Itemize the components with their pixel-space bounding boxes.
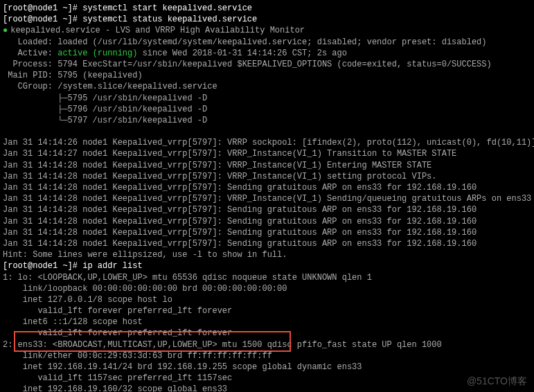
command-text: systemctl status keepalived.service (82, 15, 257, 24)
iface-inet: inet 127.0.0.1/8 scope host lo (3, 294, 531, 305)
blank-line (3, 126, 531, 137)
active-label: Active: (3, 48, 57, 58)
active-since: since Wed 2018-01-31 14:14:26 CST; 2s ag… (137, 48, 346, 58)
iface-inet: inet 192.168.19.141/24 brd 192.168.19.25… (3, 362, 531, 373)
iface-inet-vip: inet 192.168.19.160/32 scope global ens3… (3, 384, 531, 392)
log-line: Jan 31 14:14:28 node1 Keepalived_vrrp[57… (3, 182, 531, 193)
terminal-line: [root@node1 ~]# systemctl status keepali… (3, 14, 531, 25)
active-state: active (running) (57, 48, 137, 58)
command-text: ip addr list (82, 261, 142, 271)
log-line: Jan 31 14:14:28 node1 Keepalived_vrrp[57… (3, 216, 531, 227)
iface-header: 2: ens33: <BROADCAST,MULTICAST,UP,LOWER_… (3, 339, 531, 350)
shell-prompt: [root@node1 ~]# (3, 15, 82, 24)
iface-header: 1: lo: <LOOPBACK,UP,LOWER_UP> mtu 65536 … (3, 272, 531, 283)
log-line: Jan 31 14:14:28 node1 Keepalived_vrrp[57… (3, 193, 531, 204)
process-line: Process: 5794 ExecStart=/usr/sbin/keepal… (3, 59, 531, 70)
cgroup-child: ├─5796 /usr/sbin/keepalived -D (3, 104, 531, 115)
status-bullet-icon: ● (3, 26, 8, 35)
log-line: Jan 31 14:14:28 node1 Keepalived_vrrp[57… (3, 204, 531, 215)
cgroup-child: └─5797 /usr/sbin/keepalived -D (3, 115, 531, 126)
hint-line: Hint: Some lines were ellipsized, use -l… (3, 249, 531, 260)
log-line: Jan 31 14:14:28 node1 Keepalived_vrrp[57… (3, 238, 531, 249)
log-line: Jan 31 14:14:26 node1 Keepalived_vrrp[57… (3, 137, 531, 148)
watermark-text: @51CTO博客 (467, 375, 527, 388)
terminal-line: [root@node1 ~]# ip addr list (3, 260, 531, 271)
active-line: Active: active (running) since Wed 2018-… (3, 48, 531, 59)
iface-inet6: inet6 ::1/128 scope host (3, 317, 531, 328)
log-line: Jan 31 14:14:27 node1 Keepalived_vrrp[57… (3, 148, 531, 159)
log-line: Jan 31 14:14:28 node1 Keepalived_vrrp[57… (3, 160, 531, 171)
iface-valid: valid_lft 1157sec preferred_lft 1157sec (3, 373, 531, 384)
mainpid-line: Main PID: 5795 (keepalived) (3, 70, 531, 81)
iface-valid: valid_lft forever preferred_lft forever (3, 305, 531, 317)
service-desc: keepalived.service - LVS and VRRP High A… (10, 26, 305, 35)
command-text: systemctl start keepalived.service (82, 3, 252, 13)
iface-valid: valid_lft forever preferred_lft forever (3, 328, 531, 339)
iface-link: link/ether 00:0c:29:63:3d:63 brd ff:ff:f… (3, 350, 531, 362)
terminal-line: [root@node1 ~]# systemctl start keepaliv… (3, 3, 531, 14)
cgroup-child: ├─5795 /usr/sbin/keepalived -D (3, 93, 531, 104)
service-header: ●keepalived.service - LVS and VRRP High … (3, 25, 531, 36)
log-line: Jan 31 14:14:28 node1 Keepalived_vrrp[57… (3, 171, 531, 182)
shell-prompt: [root@node1 ~]# (3, 3, 82, 13)
shell-prompt: [root@node1 ~]# (3, 261, 82, 271)
loaded-line: Loaded: loaded (/usr/lib/systemd/system/… (3, 37, 531, 48)
cgroup-line: CGroup: /system.slice/keepalived.service (3, 81, 531, 92)
log-line: Jan 31 14:14:28 node1 Keepalived_vrrp[57… (3, 227, 531, 238)
iface-link: link/loopback 00:00:00:00:00:00 brd 00:0… (3, 283, 531, 294)
